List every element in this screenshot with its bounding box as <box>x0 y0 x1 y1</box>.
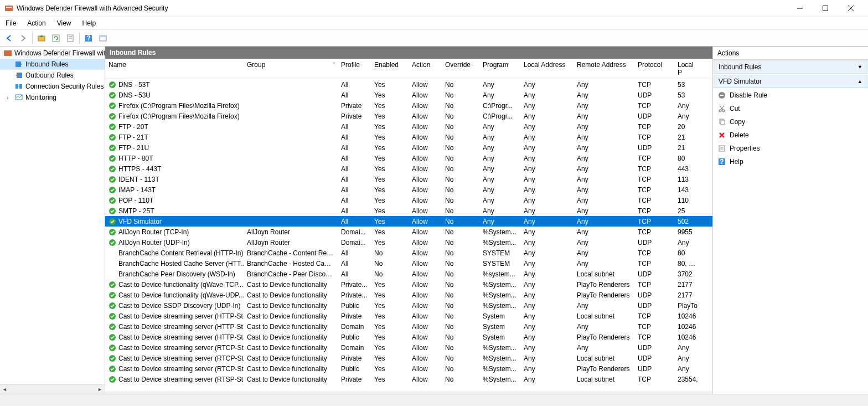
table-row[interactable]: Cast to Device streaming server (RTSP-St… <box>105 374 712 384</box>
col-local-address[interactable]: Local Address <box>520 59 574 79</box>
cell-remote-address: Any <box>574 259 634 268</box>
col-action[interactable]: Action <box>409 59 442 79</box>
action-disable[interactable]: Disable Rule <box>713 89 868 102</box>
menu-view[interactable]: View <box>51 17 77 29</box>
table-row[interactable]: Firefox (C:\Program Files\Mozilla Firefo… <box>105 111 712 121</box>
table-row[interactable]: DNS - 53TAllYesAllowNoAnyAnyAnyTCP53 <box>105 79 712 90</box>
tree-outbound-rules[interactable]: Outbound Rules <box>0 70 105 81</box>
table-row[interactable]: Cast to Device functionality (qWave-UDP.… <box>105 290 712 300</box>
cell-action: Allow <box>409 91 442 100</box>
menu-help[interactable]: Help <box>77 17 102 29</box>
table-row[interactable]: Cast to Device functionality (qWave-TCP.… <box>105 279 712 290</box>
allow-enabled-icon <box>108 365 116 373</box>
cell-protocol: TCP <box>634 133 674 142</box>
col-protocol[interactable]: Protocol <box>634 59 674 79</box>
cell-local-address: Any <box>520 133 574 142</box>
refresh-icon[interactable] <box>49 32 63 45</box>
help-icon[interactable]: ? <box>82 32 95 45</box>
cell-action: Allow <box>409 249 442 258</box>
actions-selected-header[interactable]: VFD Simulator ▲ <box>714 75 867 88</box>
table-row[interactable]: Cast to Device streaming server (RTCP-St… <box>105 353 712 363</box>
table-row[interactable]: DNS - 53UAllYesAllowNoAnyAnyAnyUDP53 <box>105 90 712 100</box>
statusbar <box>0 394 868 406</box>
cell-local-address: Any <box>520 312 574 321</box>
cell-protocol: UDP <box>634 143 674 152</box>
action-copy[interactable]: Copy <box>713 115 868 129</box>
maximize-button[interactable] <box>813 0 838 17</box>
cell-local-address: Any <box>520 80 574 89</box>
col-profile[interactable]: Profile <box>338 59 371 79</box>
tree-root[interactable]: Windows Defender Firewall with <box>0 48 105 59</box>
cell-profile: Public <box>338 364 371 373</box>
cell-group: Cast to Device functionality <box>244 364 338 373</box>
allow-enabled-icon <box>108 376 116 383</box>
col-name[interactable]: Name <box>105 59 244 79</box>
center-pane: Inbound Rules Name Group Profile Enabled… <box>105 47 713 394</box>
table-row[interactable]: Cast to Device streaming server (RTCP-St… <box>105 363 712 374</box>
tree-inbound-rules[interactable]: Inbound Rules <box>0 59 105 70</box>
table-row[interactable]: AllJoyn Router (UDP-In)AllJoyn RouterDom… <box>105 237 712 248</box>
scroll-right-icon[interactable]: ► <box>703 392 712 394</box>
col-program[interactable]: Program <box>479 59 520 79</box>
table-row[interactable]: Firefox (C:\Program Files\Mozilla Firefo… <box>105 100 712 111</box>
action-label: Copy <box>730 118 745 126</box>
table-row[interactable]: FTP - 20TAllYesAllowNoAnyAnyAnyTCP20 <box>105 121 712 132</box>
allow-enabled-icon <box>108 333 116 341</box>
up-icon[interactable] <box>35 32 48 45</box>
allow-enabled-icon <box>108 228 116 236</box>
table-row[interactable]: BranchCache Hosted Cache Server (HTT...B… <box>105 258 712 269</box>
titlebar[interactable]: Windows Defender Firewall with Advanced … <box>0 0 868 17</box>
export-icon[interactable] <box>64 32 77 45</box>
table-row[interactable]: HTTP - 80TAllYesAllowNoAnyAnyAnyTCP80 <box>105 153 712 163</box>
table-row[interactable]: POP - 110TAllYesAllowNoAnyAnyAnyTCP110 <box>105 195 712 205</box>
actions-inbound-header[interactable]: Inbound Rules ▼ <box>714 60 867 74</box>
cell-local-address: Any <box>520 375 574 384</box>
cell-override: No <box>442 312 479 321</box>
tree-connection-security[interactable]: Connection Security Rules <box>0 81 105 92</box>
col-enabled[interactable]: Enabled <box>371 59 409 79</box>
grid-body[interactable]: DNS - 53TAllYesAllowNoAnyAnyAnyTCP53DNS … <box>105 79 712 392</box>
table-row[interactable]: Cast to Device SSDP Discovery (UDP-In)Ca… <box>105 300 712 311</box>
close-button[interactable] <box>838 0 864 17</box>
table-row[interactable]: FTP - 21UAllYesAllowNoAnyAnyAnyUDP21 <box>105 142 712 153</box>
col-remote-address[interactable]: Remote Address <box>574 59 634 79</box>
back-button[interactable] <box>2 32 16 45</box>
cell-action: Allow <box>409 364 442 373</box>
minimize-button[interactable] <box>787 0 813 17</box>
tree-monitoring[interactable]: › Monitoring <box>0 92 105 103</box>
cell-remote-address: Local subnet <box>574 375 634 384</box>
table-row[interactable]: BranchCache Peer Discovery (WSD-In)Branc… <box>105 269 712 279</box>
table-row[interactable]: BranchCache Content Retrieval (HTTP-In)B… <box>105 248 712 258</box>
menu-file[interactable]: File <box>0 17 22 29</box>
action-help[interactable]: ?Help <box>713 155 868 168</box>
table-row[interactable]: AllJoyn Router (TCP-In)AllJoyn RouterDom… <box>105 227 712 237</box>
col-override[interactable]: Override <box>442 59 479 79</box>
table-row[interactable]: VFD SimulatorAllYesAllowNoAnyAnyAnyTCP50… <box>105 216 712 227</box>
table-row[interactable]: HTTPS - 443TAllYesAllowNoAnyAnyAnyTCP443 <box>105 163 712 174</box>
panel-icon[interactable] <box>96 32 110 45</box>
tree-horizontal-scrollbar[interactable]: ◄ ► <box>0 384 105 394</box>
scroll-left-icon[interactable]: ◄ <box>0 385 9 394</box>
forward-button[interactable] <box>17 32 30 45</box>
table-row[interactable]: Cast to Device streaming server (HTTP-St… <box>105 321 712 332</box>
tree-item-label: Connection Security Rules <box>25 83 104 90</box>
table-row[interactable]: Cast to Device streaming server (HTTP-St… <box>105 311 712 321</box>
table-row[interactable]: SMTP - 25TAllYesAllowNoAnyAnyAnyTCP25 <box>105 205 712 216</box>
scroll-left-icon[interactable]: ◄ <box>105 392 115 394</box>
col-group[interactable]: Group <box>244 59 338 79</box>
expand-icon[interactable]: › <box>7 95 12 101</box>
grid-horizontal-scrollbar[interactable]: ◄ ► <box>105 392 712 394</box>
action-properties[interactable]: Properties <box>713 142 868 155</box>
action-delete[interactable]: Delete <box>713 129 868 142</box>
action-cut[interactable]: Cut <box>713 102 868 115</box>
table-row[interactable]: IDENT - 113TAllYesAllowNoAnyAnyAnyTCP113 <box>105 174 712 184</box>
scroll-right-icon[interactable]: ► <box>95 385 105 394</box>
table-row[interactable]: Cast to Device streaming server (RTCP-St… <box>105 342 712 353</box>
table-row[interactable]: FTP - 21TAllYesAllowNoAnyAnyAnyTCP21 <box>105 132 712 142</box>
table-row[interactable]: Cast to Device streaming server (HTTP-St… <box>105 332 712 342</box>
cell-protocol: TCP <box>634 322 674 331</box>
table-row[interactable]: IMAP - 143TAllYesAllowNoAnyAnyAnyTCP143 <box>105 184 712 195</box>
col-local-port[interactable]: Local P <box>674 59 702 79</box>
cell-local-address: Any <box>520 122 574 131</box>
menu-action[interactable]: Action <box>22 17 51 29</box>
